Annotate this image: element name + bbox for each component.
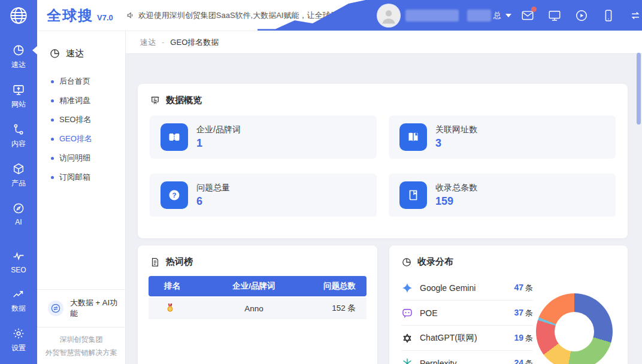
menu-item-visits[interactable]: 访问明细: [37, 148, 125, 168]
content-flow-icon: [12, 123, 25, 136]
menu-item-label: 后台首页: [59, 76, 90, 87]
dist-count: 24条: [514, 357, 533, 364]
distribution-list: Google Gemini 47条 POE 37条 ChatGPT(联网) 19…: [401, 275, 533, 364]
sidebar-item-data[interactable]: 数据: [0, 284, 37, 317]
perplexity-icon: [401, 357, 413, 364]
stat-value: 6: [196, 195, 230, 208]
hotwords-table: 排名 企业/品牌词 问题总数 Anno 152 条: [149, 276, 367, 319]
mobile-button[interactable]: [602, 9, 615, 22]
overview-title: 数据概览: [166, 95, 202, 106]
breadcrumb-section[interactable]: 速达: [140, 37, 156, 48]
presentation-board-icon: [150, 95, 160, 106]
monitor-icon: [548, 9, 561, 22]
redacted-account: [467, 10, 491, 22]
secondary-sidebar: 速达 后台首页 精准词盘 SEO排名 GEO排名 访问明细 订阅邮箱 大数据 +…: [37, 31, 126, 364]
bigdata-ai-feature[interactable]: 大数据 + AI功能: [37, 289, 125, 327]
brand-version: V7.0: [97, 13, 113, 22]
stat-value: 3: [435, 137, 477, 150]
redacted-username: [405, 10, 459, 22]
dist-count: 47条: [514, 282, 533, 293]
dist-row-poe[interactable]: POE 37条: [401, 301, 533, 326]
avatar[interactable]: [378, 5, 399, 26]
vertical-scrollbar[interactable]: [637, 53, 641, 125]
settings-gear-icon: [12, 327, 25, 340]
sidebar-item-ai[interactable]: AI: [0, 199, 37, 229]
pie-chart-icon: [401, 257, 412, 268]
bullet-dot: [51, 138, 54, 141]
menu-item-label: SEO排名: [59, 114, 91, 125]
stat-value: 1: [196, 137, 241, 150]
sidebar-item-seo[interactable]: SEO: [0, 247, 37, 277]
sidebar-item-label: 产品: [11, 178, 26, 189]
dist-row-perplexity[interactable]: Perplexity 24条: [401, 351, 533, 364]
document-icon: [150, 257, 160, 268]
donut-chart: [536, 293, 613, 364]
dist-count: 37条: [514, 307, 533, 318]
dist-row-chatgpt[interactable]: ChatGPT(联网) 19条: [401, 326, 533, 351]
breadcrumb-page: GEO排名数据: [170, 37, 219, 48]
sidebar-item-website[interactable]: 网站: [0, 80, 37, 113]
gold-medal-icon: [164, 302, 176, 314]
menu-item-mailbox[interactable]: 订阅邮箱: [37, 168, 125, 187]
indexed-count-icon: [399, 181, 427, 209]
sidebar-item-label: 设置: [11, 343, 26, 353]
chevron-down-icon[interactable]: [505, 14, 511, 20]
phone-icon: [602, 9, 615, 22]
company-slogan: 外贸智慧营销解决方案: [37, 346, 125, 359]
brand[interactable]: 全球搜 V7.0: [47, 6, 113, 25]
svg-text:?: ?: [172, 192, 176, 199]
bullet-dot: [51, 99, 54, 102]
pie-chart-icon: [49, 48, 60, 59]
user-badge[interactable]: 总: [493, 10, 501, 21]
company-name: 深圳创贸集团: [37, 333, 125, 346]
swap-arrows-icon: [48, 301, 63, 316]
messages-button[interactable]: [521, 9, 534, 22]
table-row[interactable]: Anno 152 条: [149, 298, 367, 319]
sidebar-item-content[interactable]: 内容: [0, 120, 37, 152]
breadcrumb: 速达 - GEO排名数据: [126, 31, 642, 54]
distribution-card: 收录分布 Google Gemini 47条 POE 37条 ChatGPT(联…: [389, 245, 628, 364]
stat-brand-words: 企业/品牌词 1: [150, 116, 377, 159]
stat-grid: 企业/品牌词 1 关联网址数 3 ? 问题总量 6: [150, 116, 616, 217]
total-cell: 152 条: [304, 303, 367, 314]
sidebar-item-suda[interactable]: 速达: [0, 41, 37, 73]
gemini-icon: [401, 282, 413, 294]
sidebar-item-settings[interactable]: 设置: [0, 324, 37, 356]
bullet-dot: [51, 176, 54, 179]
poe-icon: [401, 307, 413, 319]
submenu-header: 速达: [49, 48, 125, 59]
stat-label: 企业/品牌词: [196, 125, 241, 135]
menu-item-keywords[interactable]: 精准词盘: [37, 91, 125, 110]
video-button[interactable]: [575, 9, 588, 22]
sidebar-item-label: AI: [15, 218, 22, 226]
dist-row-gemini[interactable]: Google Gemini 47条: [401, 275, 533, 301]
sidebar-item-product[interactable]: 产品: [0, 159, 37, 192]
rank-cell: [149, 302, 204, 314]
app-logo[interactable]: [0, 0, 37, 31]
product-cube-icon: [12, 162, 25, 175]
sync-button[interactable]: [629, 9, 642, 22]
menu-item-home[interactable]: 后台首页: [37, 72, 125, 91]
hotwords-header: 热词榜: [138, 245, 377, 268]
breadcrumb-separator: -: [162, 38, 164, 47]
topbar-right: 总: [368, 0, 642, 31]
header-actions: [521, 9, 642, 22]
sidebar-item-label: 数据: [11, 304, 26, 314]
rail-nav: 速达 网站 内容 产品 AI SEO 数据 设置: [0, 41, 37, 356]
dashboard-pie-icon: [12, 44, 25, 57]
play-circle-icon: [575, 9, 588, 22]
primary-sidebar: 速达 网站 内容 产品 AI SEO 数据 设置: [0, 0, 37, 364]
company-block: 深圳创贸集团 外贸智慧营销解决方案: [37, 327, 125, 364]
dist-name: Perplexity: [420, 359, 507, 364]
brand-word-icon: [160, 123, 188, 151]
speaker-icon: [126, 11, 135, 20]
question-icon: ?: [160, 181, 188, 209]
menu-item-seo-rank[interactable]: SEO排名: [37, 110, 125, 129]
dist-name: ChatGPT(联网): [420, 333, 507, 344]
monitor-button[interactable]: [548, 9, 561, 22]
data-trend-icon: [12, 287, 25, 301]
menu-item-geo-rank[interactable]: GEO排名: [37, 129, 125, 148]
trend-mountain-graphic: [258, 0, 368, 31]
menu-item-label: 访问明细: [59, 153, 90, 163]
menu-item-label: GEO排名: [59, 134, 92, 144]
